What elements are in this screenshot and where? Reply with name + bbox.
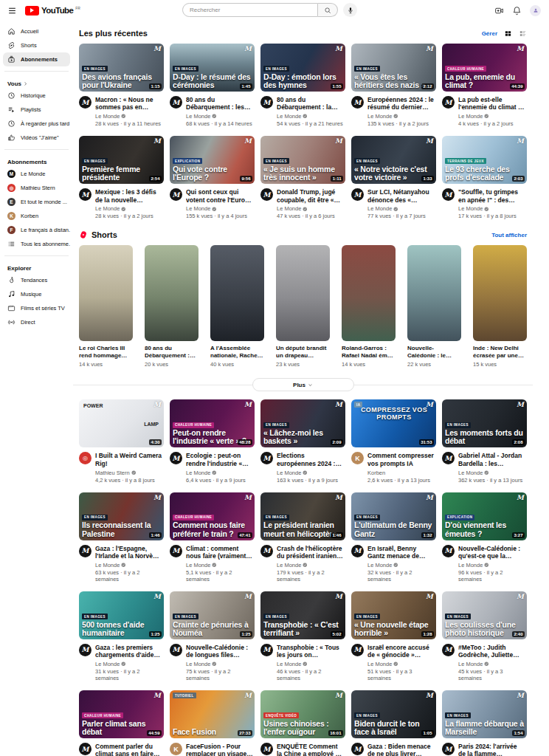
video-thumbnail[interactable]: M EN IMAGES Biden durcit le ton face à I…: [351, 690, 436, 738]
video-card[interactable]: M Face Fusion 27:33 Tutoriel K FaceFusio…: [170, 690, 255, 756]
video-thumbnail[interactable]: M EN IMAGES L'ultimatum de Benny Gantz 1…: [351, 492, 436, 540]
channel-name[interactable]: Le Monde: [186, 205, 210, 212]
video-title[interactable]: Européennes 2024 : le résumé du dernier …: [367, 96, 435, 111]
channel-row[interactable]: Le Monde: [277, 562, 344, 568]
channel-row[interactable]: Le Monde: [367, 113, 435, 120]
short-thumbnail[interactable]: [276, 245, 330, 341]
video-thumbnail[interactable]: M CHALEUR HUMAINE Peut-on rendre l'indus…: [170, 399, 255, 447]
channel-avatar[interactable]: M: [351, 743, 364, 755]
video-card[interactable]: M EN IMAGES La flamme débarque à Marseil…: [442, 690, 527, 756]
channel-name[interactable]: Le Monde: [277, 661, 301, 667]
sidebar-item-musique[interactable]: Musique: [3, 287, 70, 301]
channel-name[interactable]: Le Monde: [186, 113, 210, 120]
channel-row[interactable]: Le Monde: [186, 562, 253, 568]
channel-avatar[interactable]: M: [442, 545, 455, 557]
video-title[interactable]: Donald Trump, jugé coupable, dit être « …: [277, 188, 344, 204]
short-card[interactable]: Inde : New Delhi écrasée par une canicul…: [473, 245, 527, 368]
video-card[interactable]: M 4:30 POWERLAMP ◎ I Built a Weird Camer…: [79, 399, 164, 483]
channel-name[interactable]: Le Monde: [458, 205, 483, 212]
sidebar-item-le-fran-ais-distan[interactable]: F Le français à distan...: [3, 223, 70, 237]
video-title[interactable]: FaceFusion - Pour remplacer un visage pa…: [186, 743, 253, 756]
sidebar-item-mathieu-stern[interactable]: ◎ Mathieu Stern: [3, 181, 70, 195]
grid-view-icon[interactable]: [504, 30, 512, 38]
video-thumbnail[interactable]: M EN IMAGES Les coulisses d'une photo hi…: [442, 591, 527, 639]
sidebar-item-tendances[interactable]: Tendances: [3, 273, 70, 287]
channel-avatar[interactable]: M: [79, 188, 92, 201]
video-card[interactable]: M CHALEUR HUMAINE Peut-on rendre l'indus…: [170, 399, 255, 483]
channel-row[interactable]: Le Monde: [458, 470, 525, 476]
video-thumbnail[interactable]: M EN IMAGES Crainte de pénuries à Nouméa…: [170, 591, 255, 639]
video-thumbnail[interactable]: M EN IMAGES « Notre victoire c'est votre…: [351, 136, 436, 184]
video-card[interactable]: M EN IMAGES « Une nouvelle étape horribl…: [351, 591, 436, 681]
channel-row[interactable]: Le Monde: [367, 562, 435, 568]
video-card[interactable]: M EN IMAGES D-Day : émotion lors des hym…: [260, 44, 345, 127]
short-title[interactable]: Roland-Garros : Rafael Nadal ému après s…: [342, 345, 396, 360]
video-card[interactable]: M EN IMAGES « Notre victoire c'est votre…: [351, 136, 436, 219]
sidebar-item-accueil[interactable]: Accueil: [3, 24, 70, 38]
video-title[interactable]: I Built a Weird Camera Rig!: [95, 452, 162, 467]
video-card[interactable]: M EN IMAGES Crainte de pénuries à Nouméa…: [170, 591, 255, 681]
notifications-bell-icon[interactable]: [512, 6, 522, 16]
video-title[interactable]: Comment parler du climat sans en faire u…: [95, 743, 162, 756]
channel-name[interactable]: Le Monde: [277, 113, 301, 120]
channel-avatar[interactable]: M: [79, 644, 92, 656]
sidebar-item-historique[interactable]: Historique: [3, 89, 70, 103]
video-title[interactable]: Gabriel Attal - Jordan Bardella : les mo…: [458, 452, 525, 467]
channel-avatar[interactable]: M: [442, 743, 455, 755]
channel-row[interactable]: Le Monde: [95, 661, 162, 667]
channel-name[interactable]: Le Monde: [367, 113, 392, 120]
video-card[interactable]: M EN IMAGES « Lâchez-moi les baskets » 2…: [260, 399, 345, 483]
channel-avatar[interactable]: M: [170, 452, 182, 464]
channel-row[interactable]: Le Monde: [458, 562, 525, 568]
video-thumbnail[interactable]: M EN IMAGES La flamme débarque à Marseil…: [442, 690, 527, 738]
video-card[interactable]: M EN IMAGES D-Day : le résumé des cérémo…: [170, 44, 255, 127]
channel-avatar[interactable]: M: [260, 644, 273, 656]
channel-avatar[interactable]: M: [170, 644, 182, 656]
video-thumbnail[interactable]: M Face Fusion 27:33 Tutoriel: [170, 690, 255, 738]
video-thumbnail[interactable]: M EN IMAGES Le président iranien meurt e…: [260, 492, 345, 540]
channel-name[interactable]: Le Monde: [458, 562, 483, 568]
channel-avatar[interactable]: M: [260, 743, 273, 755]
channel-row[interactable]: Le Monde: [95, 113, 162, 120]
video-thumbnail[interactable]: M CHALEUR HUMAINE Parler climat sans déb…: [79, 690, 164, 738]
short-thumbnail[interactable]: [473, 245, 527, 341]
video-title[interactable]: ENQUÊTE Comment la Chine a employé de fo…: [277, 743, 344, 756]
video-thumbnail[interactable]: M EN IMAGES « Lâchez-moi les baskets » 2…: [260, 399, 345, 447]
channel-avatar[interactable]: K: [351, 452, 364, 464]
youtube-logo[interactable]: YouTube FR: [25, 6, 80, 16]
channel-name[interactable]: Le Monde: [95, 205, 120, 212]
video-title[interactable]: Gaza : l'Espagne, l'Irlande et la Norvèg…: [95, 545, 162, 560]
short-title[interactable]: Le roi Charles III rend hommage aux homm…: [79, 345, 133, 360]
sidebar-item-playlists[interactable]: Playlists: [3, 103, 70, 117]
short-title[interactable]: 80 ans du Débarquement : Joe Biden est a…: [145, 345, 198, 360]
video-card[interactable]: M CHALEUR HUMAINE Parler climat sans déb…: [79, 690, 164, 756]
video-thumbnail[interactable]: M EN IMAGES « Une nouvelle étape horribl…: [351, 591, 436, 639]
video-thumbnail[interactable]: M EN IMAGES 500 tonnes d'aide humanitair…: [79, 591, 164, 639]
channel-avatar[interactable]: M: [170, 545, 182, 557]
video-title[interactable]: Nouvelle-Calédonie : qu'est-ce que la ré…: [458, 545, 525, 560]
video-card[interactable]: M EN IMAGES « Vous êtes les héritiers de…: [351, 44, 436, 127]
video-thumbnail[interactable]: M EN IMAGES Des avions français pour l'U…: [79, 44, 164, 92]
video-title[interactable]: Israël encore accusé de « génocide » dev…: [367, 644, 435, 659]
create-video-icon[interactable]: [494, 6, 504, 16]
channel-row[interactable]: Le Monde: [186, 661, 253, 667]
channel-name[interactable]: Le Monde: [458, 661, 483, 667]
channel-name[interactable]: Le Monde: [95, 661, 120, 667]
video-title[interactable]: Sur LCI, Nétanyahou dénonce des « accusa…: [367, 188, 435, 204]
video-thumbnail[interactable]: M 4:30 POWERLAMP: [79, 399, 164, 447]
sidebar-item-shorts[interactable]: Shorts: [3, 38, 70, 52]
video-title[interactable]: Gaza : Biden menace de ne plus livrer d'…: [367, 743, 435, 756]
video-thumbnail[interactable]: M ENQUÊTE VIDÉO Usines chinoises : l'enf…: [260, 690, 345, 738]
video-title[interactable]: Qui sont ceux qui votent contre l'Europe…: [186, 188, 253, 204]
short-thumbnail[interactable]: [210, 245, 264, 341]
video-card[interactable]: M CHALEUR HUMAINE La pub, ennemie du cli…: [442, 44, 527, 127]
channel-avatar[interactable]: M: [260, 96, 273, 109]
sidebar-item-regarder-plus-tard[interactable]: À regarder plus tard: [3, 117, 70, 131]
menu-icon[interactable]: [7, 6, 17, 16]
channel-name[interactable]: Le Monde: [186, 470, 210, 476]
video-thumbnail[interactable]: M EN IMAGES Les moments forts du débat 2…: [442, 399, 527, 447]
video-title[interactable]: Mexique : les 3 défis de la nouvelle pré…: [95, 188, 162, 204]
video-card[interactable]: M EN IMAGES Ils reconnaissent la Palesti…: [79, 492, 164, 583]
channel-name[interactable]: Le Monde: [277, 562, 301, 568]
sidebar-item-vid-os-j-aime[interactable]: Vidéos "J'aime": [3, 131, 70, 145]
